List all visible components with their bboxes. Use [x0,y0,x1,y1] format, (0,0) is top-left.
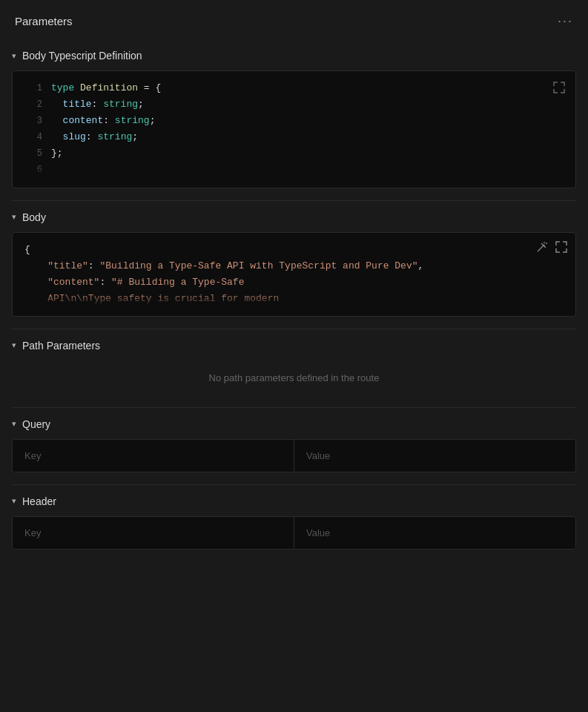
expand-icon[interactable] [550,79,568,96]
body-code-content: { "title": "Building a Type-Safe API wit… [24,242,564,307]
typescript-code-content: 1 type Definition = { 2 title: string; 3 [24,80,564,179]
query-row [13,440,575,472]
code-line-6: 6 [24,162,564,178]
header-table [12,516,576,550]
header-value-input[interactable] [294,517,575,549]
path-parameters-empty: No path parameters defined in the route [12,360,576,395]
path-parameters-label: Path Parameters [22,340,100,352]
body-action-icons [535,240,568,254]
path-parameters-header[interactable]: ▾ Path Parameters [12,329,576,360]
chevron-down-icon: ▾ [12,51,16,61]
query-key-input[interactable] [13,440,294,472]
chevron-down-icon-query: ▾ [12,419,16,429]
query-value-input[interactable] [294,440,575,472]
panel-menu-button[interactable]: ··· [558,13,573,29]
panel-title: Parameters [15,15,73,27]
code-line-1: 1 type Definition = { [24,80,564,96]
body-line-content2: API\n\nType safety is crucial for modern [24,291,564,307]
query-label: Query [22,418,50,430]
code-line-5: 5 }; [24,145,564,162]
typescript-code-block: 1 type Definition = { 2 title: string; 3 [12,70,576,188]
body-typescript-section: ▾ Body Typescript Definition 1 type Defi… [0,39,588,200]
header-section: ▾ Header [0,485,588,561]
panel-header: Parameters ··· [0,0,588,39]
body-line-content: "content": "# Building a Type-Safe [24,274,564,291]
header-key-input[interactable] [13,517,294,549]
code-line-4: 4 slug: string; [24,129,564,145]
header-row [13,517,575,549]
chevron-down-icon-header: ▾ [12,496,16,506]
body-line-title: "title": "Building a Type-Safe API with … [24,258,564,274]
chevron-down-icon-path: ▾ [12,340,16,350]
body-line-open: { [24,242,564,258]
chevron-down-icon-body: ▾ [12,212,16,222]
query-header[interactable]: ▾ Query [12,408,576,439]
body-code-block: { "title": "Building a Type-Safe API wit… [12,232,576,317]
body-label: Body [22,211,46,223]
query-table [12,439,576,472]
query-section: ▾ Query [0,408,588,484]
path-parameters-section: ▾ Path Parameters No path parameters def… [0,329,588,407]
body-header[interactable]: ▾ Body [12,201,576,232]
body-section: ▾ Body { "title": "Building a Type-Safe … [0,201,588,329]
code-line-3: 3 content: string; [24,113,564,129]
expand-icon-body[interactable] [555,240,568,254]
body-typescript-header[interactable]: ▾ Body Typescript Definition [12,39,576,70]
magic-wand-icon[interactable] [535,240,549,254]
body-typescript-label: Body Typescript Definition [22,50,142,62]
header-label: Header [22,495,56,507]
code-line-2: 2 title: string; [24,96,564,113]
header-section-header[interactable]: ▾ Header [12,485,576,516]
parameters-panel: Parameters ··· ▾ Body Typescript Definit… [0,0,588,561]
